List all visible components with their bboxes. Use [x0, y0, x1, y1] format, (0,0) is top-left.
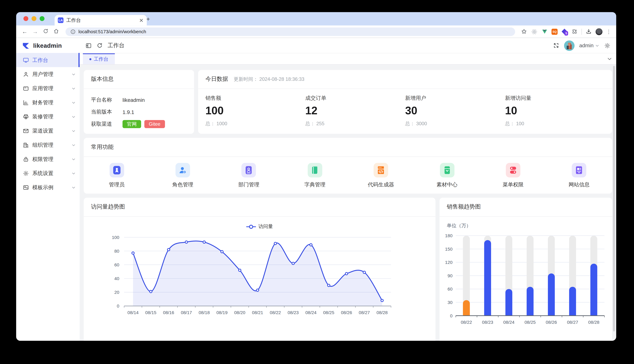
- url-bar[interactable]: localhost:5173/admin/workbench: [66, 27, 515, 36]
- function-item-menu_perm[interactable]: 菜单权限: [480, 163, 546, 188]
- browser-tabstrip: LA 工作台 ✕ +: [16, 12, 616, 26]
- sidebar-item-label: 工作台: [32, 56, 76, 64]
- sidebar-item-app[interactable]: 应用管理: [16, 81, 80, 96]
- sq-extension-icon[interactable]: SQ: [552, 28, 558, 34]
- stat-label: 成交订单: [305, 94, 405, 102]
- workbench-content[interactable]: 版本信息 平台名称likeadmin当前版本1.9.1获取渠道官网Gitee 今…: [80, 64, 616, 341]
- function-item-material[interactable]: 素材中心: [414, 163, 480, 188]
- svg-text:08/26: 08/26: [546, 320, 557, 325]
- sidebar-item-template[interactable]: 模板示例: [16, 180, 80, 194]
- browser-profile-avatar[interactable]: [596, 28, 602, 35]
- bar-unit-label: 单位（万）: [440, 216, 612, 230]
- function-item-dept[interactable]: 部门管理: [216, 163, 282, 188]
- new-tab-button[interactable]: +: [146, 15, 150, 22]
- sidebar-item-perm[interactable]: 权限管理: [16, 152, 80, 166]
- fullscreen-icon[interactable]: [553, 42, 559, 48]
- stat-新增用户: 新增用户30总： 3000: [405, 94, 505, 127]
- stat-total: 总： 1000: [206, 120, 305, 127]
- screen: LA 工作台 ✕ + ← → localhost:5173/admin/work…: [0, 0, 634, 364]
- version-row-value: likeadmin: [122, 97, 144, 103]
- stat-total: 总： 100: [505, 120, 605, 127]
- reload-icon[interactable]: [42, 28, 50, 35]
- sales-card-header: 销售额趋势图: [440, 198, 612, 216]
- decorate-icon: [22, 114, 29, 120]
- svg-text:08/23: 08/23: [288, 310, 298, 315]
- sidebar-item-label: 用户管理: [32, 70, 68, 78]
- stat-销售额: 销售额100总： 1000: [206, 94, 305, 127]
- browser-menu-kebab-icon[interactable]: ⋮: [606, 29, 612, 34]
- sidebar-item-org[interactable]: 组织管理: [16, 138, 80, 152]
- svg-text:08/18: 08/18: [198, 310, 210, 315]
- collapse-sidebar-icon[interactable]: [85, 42, 92, 49]
- home-icon[interactable]: [52, 28, 60, 35]
- settings-gear-icon[interactable]: [604, 42, 610, 49]
- content-scrollbar-thumb[interactable]: [613, 66, 615, 331]
- minimize-window-button[interactable]: [32, 16, 36, 21]
- user-avatar[interactable]: [564, 40, 574, 51]
- chevron-down-icon: [72, 115, 76, 119]
- perm-icon: [22, 156, 29, 162]
- svg-text:08/20: 08/20: [234, 310, 245, 315]
- today-updated-time: 更新时间： 2024-08-28 18:36:33: [234, 76, 304, 83]
- line-legend[interactable]: 访问量: [84, 216, 436, 230]
- channel-badge-官网[interactable]: 官网: [122, 120, 141, 128]
- channel-badge-Gitee[interactable]: Gitee: [144, 120, 165, 128]
- sidebar-item-channel[interactable]: 渠道设置: [16, 124, 80, 138]
- forward-icon[interactable]: →: [32, 28, 39, 34]
- extensions-puzzle-icon[interactable]: [571, 28, 578, 34]
- tabs-overflow-chevron-icon[interactable]: [607, 56, 612, 62]
- bookmark-star-icon[interactable]: [521, 28, 527, 34]
- tab-close-icon[interactable]: ✕: [139, 18, 144, 23]
- sidebar-item-user[interactable]: 用户管理: [16, 67, 80, 81]
- stat-label: 新增访问量: [505, 94, 605, 102]
- app-icon: [22, 85, 29, 92]
- refresh-page-icon[interactable]: [96, 42, 103, 48]
- svg-text:08/14: 08/14: [128, 310, 138, 315]
- function-item-website[interactable]: 网站信息: [546, 163, 612, 188]
- sidebar-item-workbench[interactable]: 工作台: [16, 53, 80, 67]
- function-item-role[interactable]: 角色管理: [150, 163, 216, 188]
- vue-devtools-icon[interactable]: [541, 28, 548, 34]
- visits-card-title: 访问量趋势图: [91, 203, 125, 211]
- version-card-title: 版本信息: [91, 76, 114, 83]
- function-item-admin[interactable]: 管理员: [84, 163, 150, 188]
- app-logo[interactable]: likeadmin: [16, 38, 80, 53]
- function-label: 素材中心: [436, 181, 458, 188]
- sidebar-item-settings[interactable]: 系统设置: [16, 166, 80, 180]
- close-window-button[interactable]: [24, 16, 28, 21]
- downloads-icon[interactable]: [586, 28, 592, 34]
- function-label: 字典管理: [304, 181, 326, 188]
- function-label: 网站信息: [569, 181, 590, 188]
- common-functions-card: 常用功能 管理员角色管理部门管理字典管理代码生成器素材中心菜单权限网站信息: [84, 138, 612, 194]
- back-icon[interactable]: ←: [21, 28, 28, 34]
- sidebar-item-decorate[interactable]: 装修管理: [16, 110, 80, 124]
- browser-tab[interactable]: LA 工作台 ✕: [54, 15, 147, 26]
- settings-icon: [22, 170, 29, 176]
- sidebar-item-finance[interactable]: 财务管理: [16, 96, 80, 110]
- svg-text:08/15: 08/15: [145, 310, 156, 315]
- material-icon: [440, 163, 454, 177]
- stat-label: 新增用户: [405, 94, 505, 102]
- app-logo-text: likeadmin: [33, 42, 62, 49]
- route-tab-workbench[interactable]: 工作台: [83, 53, 115, 64]
- admin-app: likeadmin 工作台用户管理应用管理财务管理装修管理渠道设置组织管理权限管…: [16, 38, 616, 341]
- stat-total: 总： 255: [305, 120, 405, 127]
- react-devtools-icon[interactable]: [531, 28, 538, 35]
- version-row-value: 1.9.1: [122, 109, 134, 115]
- function-label: 菜单权限: [502, 181, 524, 188]
- function-label: 代码生成器: [368, 181, 394, 188]
- username-dropdown[interactable]: admin: [579, 42, 599, 48]
- website-icon: [572, 163, 586, 177]
- function-item-codegen[interactable]: 代码生成器: [348, 163, 414, 188]
- function-item-dict[interactable]: 字典管理: [282, 163, 348, 188]
- svg-text:20: 20: [114, 290, 119, 295]
- url-text: localhost:5173/admin/workbench: [78, 29, 146, 34]
- badge-extension-icon[interactable]: 5: [561, 28, 568, 34]
- function-label: 管理员: [109, 181, 125, 188]
- chevron-down-icon: [72, 72, 76, 76]
- chevron-down-icon: [72, 157, 76, 161]
- svg-text:08/27: 08/27: [567, 320, 578, 325]
- svg-text:08/24: 08/24: [305, 310, 316, 315]
- stat-value: 10: [505, 105, 605, 117]
- zoom-window-button[interactable]: [40, 16, 44, 21]
